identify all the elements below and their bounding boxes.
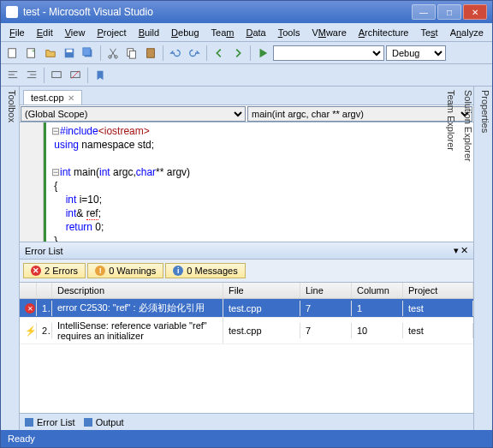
panel-tab-error-list[interactable]: Error List: [25, 417, 75, 427]
row-file: test.cpp: [223, 301, 300, 316]
row-num: 1: [37, 301, 52, 316]
col-description[interactable]: Description: [52, 283, 223, 298]
close-button[interactable]: ✕: [463, 4, 487, 20]
menu-data[interactable]: Data: [241, 26, 270, 39]
app-icon: [6, 6, 18, 18]
titlebar: test - Microsoft Visual Studio — □ ✕: [1, 1, 492, 23]
menu-team[interactable]: Team: [206, 26, 240, 39]
svg-rect-6: [83, 47, 91, 55]
row-file: test.cpp: [223, 323, 300, 338]
error-list-panel: Error List ▾ ✕ ✕2 Errors !0 Warnings i0 …: [20, 242, 473, 430]
row-line: 7: [300, 323, 352, 338]
row-num: 2: [37, 323, 52, 338]
minimize-button[interactable]: —: [412, 4, 436, 20]
paste-button[interactable]: [142, 45, 159, 62]
toolbar-text: [1, 64, 492, 87]
error-icon: ✕: [31, 266, 41, 276]
code-content: ⊟#include<iostream> using namespace std;…: [44, 122, 195, 242]
menu-file[interactable]: File: [4, 26, 30, 39]
config-combo[interactable]: Debug: [386, 45, 446, 61]
errors-filter-button[interactable]: ✕2 Errors: [23, 263, 86, 278]
row-desc: IntelliSense: reference variable "ref" r…: [52, 318, 223, 343]
row-icon: ✕: [20, 300, 37, 317]
menu-analyze[interactable]: Analyze: [445, 26, 489, 39]
warnings-filter-button[interactable]: !0 Warnings: [87, 263, 163, 278]
svg-point-7: [109, 55, 112, 58]
window-title: test - Microsoft Visual Studio: [23, 6, 412, 18]
row-desc: error C2530: "ref" : 必须初始化引用: [52, 299, 223, 317]
menu-architecture[interactable]: Architecture: [353, 26, 414, 39]
row-line: 7: [300, 301, 352, 316]
nav-back-button[interactable]: [211, 45, 228, 62]
save-all-button[interactable]: [80, 45, 97, 62]
col-line[interactable]: Line: [300, 283, 352, 298]
svg-point-8: [115, 55, 118, 58]
scope-right-combo[interactable]: main(int argc, char ** argv): [247, 106, 472, 122]
toolbar-main: + Debug: [1, 42, 492, 64]
copy-button[interactable]: [123, 45, 140, 62]
start-debug-button[interactable]: [254, 45, 271, 62]
col-file[interactable]: File: [223, 283, 300, 298]
svg-rect-11: [147, 48, 155, 57]
scope-left-combo[interactable]: (Global Scope): [21, 106, 246, 122]
add-item-button[interactable]: +: [23, 45, 40, 62]
menu-test[interactable]: Test: [415, 26, 443, 39]
error-list-title: Error List: [25, 246, 63, 256]
error-table: Description File Line Column Project ✕1e…: [20, 283, 473, 413]
output-icon: [84, 418, 92, 427]
tab-close-icon[interactable]: ✕: [68, 93, 74, 103]
toolbox-tab[interactable]: Toolbox: [1, 87, 20, 430]
document-tabs: test.cpp ✕: [20, 87, 473, 105]
menu-view[interactable]: View: [60, 26, 91, 39]
indent-button[interactable]: [23, 67, 40, 84]
statusbar: Ready: [1, 430, 492, 447]
code-editor[interactable]: ⊟#include<iostream> using namespace std;…: [20, 122, 473, 242]
svg-text:+: +: [32, 48, 35, 54]
maximize-button[interactable]: □: [437, 4, 461, 20]
svg-rect-0: [9, 48, 16, 57]
error-row[interactable]: ⚡2IntelliSense: reference variable "ref"…: [20, 318, 473, 344]
error-list-icon: [25, 418, 33, 427]
panel-tabs: Error List Output: [20, 413, 473, 430]
bookmark-button[interactable]: [92, 67, 109, 84]
open-button[interactable]: [42, 45, 59, 62]
row-col: 10: [352, 323, 403, 338]
menu-build[interactable]: Build: [134, 26, 164, 39]
svg-rect-12: [52, 71, 62, 77]
col-column[interactable]: Column: [352, 283, 403, 298]
comment-button[interactable]: [48, 67, 65, 84]
uncomment-button[interactable]: [67, 67, 84, 84]
menubar: File Edit View Project Build Debug Team …: [1, 23, 492, 42]
menu-debug[interactable]: Debug: [166, 26, 204, 39]
solution-explorer-tab[interactable]: Solution Explorer: [463, 90, 473, 427]
menu-project[interactable]: Project: [92, 26, 131, 39]
menu-vmware[interactable]: VMware: [306, 26, 351, 39]
solution-config-combo[interactable]: [273, 45, 384, 61]
menu-edit[interactable]: Edit: [32, 26, 58, 39]
gutter: [20, 122, 44, 242]
row-col: 1: [352, 301, 403, 316]
redo-button[interactable]: [186, 45, 203, 62]
svg-rect-10: [129, 51, 135, 58]
cut-button[interactable]: [104, 45, 122, 62]
save-button[interactable]: [61, 45, 78, 62]
error-row[interactable]: ✕1error C2530: "ref" : 必须初始化引用test.cpp71…: [20, 299, 473, 318]
status-text: Ready: [8, 433, 35, 444]
team-explorer-tab[interactable]: Team Explorer: [446, 90, 456, 427]
messages-filter-button[interactable]: i0 Messages: [165, 263, 245, 278]
info-icon: i: [173, 266, 183, 276]
undo-button[interactable]: [167, 45, 184, 62]
error-table-header: Description File Line Column Project: [20, 283, 473, 299]
svg-rect-4: [67, 49, 73, 52]
row-icon: ⚡: [20, 323, 37, 339]
new-project-button[interactable]: [4, 45, 21, 62]
properties-tab[interactable]: Properties: [480, 90, 490, 427]
right-sidebar: Properties Solution Explorer Team Explor…: [473, 87, 492, 430]
menu-tools[interactable]: Tools: [273, 26, 306, 39]
warning-icon: !: [95, 266, 105, 276]
outdent-button[interactable]: [4, 67, 21, 84]
panel-tab-output[interactable]: Output: [84, 417, 124, 427]
tab-label: test.cpp: [31, 93, 64, 103]
nav-fwd-button[interactable]: [229, 45, 246, 62]
document-tab-test[interactable]: test.cpp ✕: [23, 90, 82, 105]
